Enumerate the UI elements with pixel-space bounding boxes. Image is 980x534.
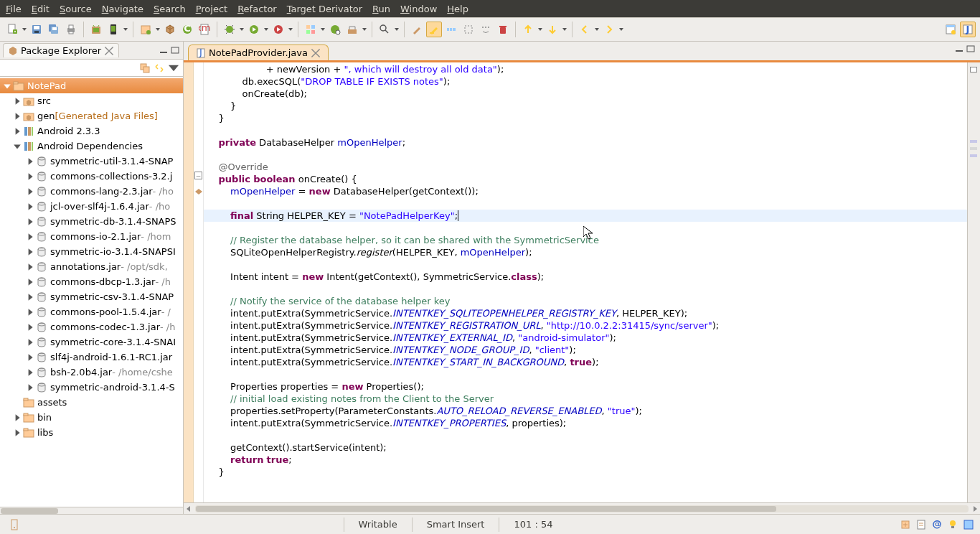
toggle-highlight-button[interactable]	[426, 22, 442, 37]
java-perspective-button[interactable]: J	[960, 22, 976, 37]
launch-button[interactable]	[6, 517, 34, 532]
tree-item[interactable]: symmetric-csv-3.1.4-SNAP	[0, 289, 183, 304]
tree-item[interactable]: Android 2.3.3	[0, 123, 183, 139]
fold-toggle[interactable]: −	[194, 172, 202, 179]
tree-item[interactable]: gen [Generated Java Files]	[0, 108, 183, 123]
toggle-mark-button[interactable]	[409, 22, 425, 37]
dropdown-icon[interactable]	[320, 22, 326, 37]
close-icon[interactable]	[104, 46, 114, 56]
tree-item[interactable]: commons-pool-1.5.4.jar - /	[0, 304, 183, 319]
tasks-icon[interactable]	[915, 519, 927, 530]
tree-item[interactable]: assets	[0, 395, 183, 410]
dropdown-icon[interactable]	[263, 22, 269, 37]
toggle-block-button[interactable]	[461, 22, 476, 37]
tree-item[interactable]: symmetric-util-3.1.4-SNAP	[0, 154, 183, 169]
horizontal-scrollbar[interactable]	[0, 507, 183, 514]
maximize-button[interactable]	[170, 46, 180, 55]
android-sdk-button[interactable]	[88, 22, 104, 37]
dropdown-icon[interactable]	[239, 22, 245, 37]
dropdown-icon[interactable]	[22, 22, 27, 37]
menu-file[interactable]: File	[6, 4, 22, 14]
new-package-button[interactable]	[162, 22, 178, 37]
next-annotation-button[interactable]	[545, 22, 560, 37]
dropdown-icon[interactable]	[618, 22, 624, 37]
dropdown-icon[interactable]	[123, 22, 128, 37]
tree-item[interactable]: src	[0, 93, 183, 108]
tree-item[interactable]: symmetric-core-3.1.4-SNAI	[0, 334, 183, 350]
tree-item[interactable]: Android Dependencies	[0, 139, 183, 154]
debug-button[interactable]	[222, 22, 237, 37]
show-whitespace-button[interactable]	[478, 22, 494, 37]
menu-source[interactable]: Source	[60, 4, 92, 14]
menu-help[interactable]: Help	[447, 4, 468, 14]
marker-bar[interactable]	[184, 62, 194, 502]
new-class-button[interactable]: C	[179, 22, 195, 37]
dropdown-icon[interactable]	[394, 22, 400, 37]
tree-item[interactable]: symmetric-db-3.1.4-SNAPS	[0, 214, 183, 229]
close-icon[interactable]	[311, 48, 321, 58]
dropdown-icon[interactable]	[288, 22, 293, 37]
tree-item[interactable]: jcl-over-slf4j-1.6.4.jar - /ho	[0, 199, 183, 214]
tree-item[interactable]: symmetric-android-3.1.4-S	[0, 380, 183, 395]
minimize-button[interactable]	[954, 44, 964, 53]
tree-item[interactable]: annotations.jar - /opt/sdk,	[0, 259, 183, 274]
back-button[interactable]	[577, 22, 593, 37]
folding-bar[interactable]: −	[194, 62, 204, 502]
save-all-button[interactable]	[46, 22, 62, 37]
menu-target-derivator[interactable]: Target Derivator	[287, 4, 362, 14]
tree-item[interactable]: commons-io-2.1.jar - /hom	[0, 229, 183, 244]
editor-horizontal-scrollbar[interactable]	[184, 502, 980, 514]
toggle-breadcrumb-button[interactable]	[443, 22, 459, 37]
editor-tab[interactable]: J NotePadProvider.java	[188, 44, 329, 60]
prev-annotation-button[interactable]	[520, 22, 536, 37]
minimize-button[interactable]	[159, 46, 169, 55]
view-menu-icon[interactable]	[169, 63, 179, 73]
tree-item[interactable]: NotePad	[0, 78, 183, 93]
open-perspective-button[interactable]	[943, 22, 958, 37]
print-button[interactable]	[63, 22, 79, 37]
new-button[interactable]	[4, 22, 20, 37]
external-tools-button[interactable]	[270, 22, 286, 37]
menu-refactor[interactable]: Refactor	[237, 4, 277, 14]
tree-item[interactable]: libs	[0, 425, 183, 440]
dropdown-icon[interactable]	[537, 22, 543, 37]
search-button[interactable]	[377, 22, 392, 37]
tree-item[interactable]: bsh-2.0b4.jar - /home/cshe	[0, 365, 183, 380]
forward-button[interactable]	[601, 22, 617, 37]
trim-icon[interactable]	[963, 519, 974, 530]
tree-item[interactable]: commons-dbcp-1.3.jar - /h	[0, 274, 183, 289]
dropdown-icon[interactable]	[594, 22, 600, 37]
new-xml-button[interactable]: xml	[197, 22, 212, 37]
open-type-button[interactable]	[327, 22, 343, 37]
tree-item[interactable]: bin	[0, 410, 183, 425]
tree-item[interactable]: commons-collections-3.2.j	[0, 169, 183, 184]
menu-window[interactable]: Window	[400, 4, 437, 14]
package-explorer-tree[interactable]: NotePadsrcgen [Generated Java Files]Andr…	[0, 76, 183, 507]
code-editor[interactable]: + newVersion + ", which will destroy all…	[204, 62, 967, 502]
build-button[interactable]	[344, 22, 360, 37]
menu-project[interactable]: Project	[196, 4, 228, 14]
new-project-button[interactable]	[138, 22, 154, 37]
collapse-all-icon[interactable]	[140, 63, 150, 73]
updates-icon[interactable]	[900, 519, 911, 530]
android-avd-button[interactable]	[105, 22, 121, 37]
tree-item[interactable]: slf4j-android-1.6.1-RC1.jar	[0, 350, 183, 365]
tree-item[interactable]: commons-lang-2.3.jar - /ho	[0, 184, 183, 199]
menu-search[interactable]: Search	[154, 4, 186, 14]
menu-edit[interactable]: Edit	[32, 4, 50, 14]
menu-run[interactable]: Run	[372, 4, 390, 14]
link-icon[interactable]: @	[931, 519, 943, 530]
menu-navigate[interactable]: Navigate	[102, 4, 143, 14]
link-editor-icon[interactable]	[154, 63, 164, 73]
save-button[interactable]	[29, 22, 44, 37]
overview-ruler[interactable]	[967, 62, 980, 502]
delete-button[interactable]	[495, 22, 511, 37]
maximize-button[interactable]	[966, 44, 976, 53]
tree-item[interactable]: symmetric-io-3.1.4-SNAPSI	[0, 244, 183, 259]
tree-item[interactable]: commons-codec-1.3.jar - /h	[0, 319, 183, 334]
new-java-button[interactable]	[303, 22, 319, 37]
dropdown-icon[interactable]	[155, 22, 161, 37]
run-button[interactable]	[246, 22, 262, 37]
dropdown-icon[interactable]	[362, 22, 367, 37]
dropdown-icon[interactable]	[562, 22, 567, 37]
